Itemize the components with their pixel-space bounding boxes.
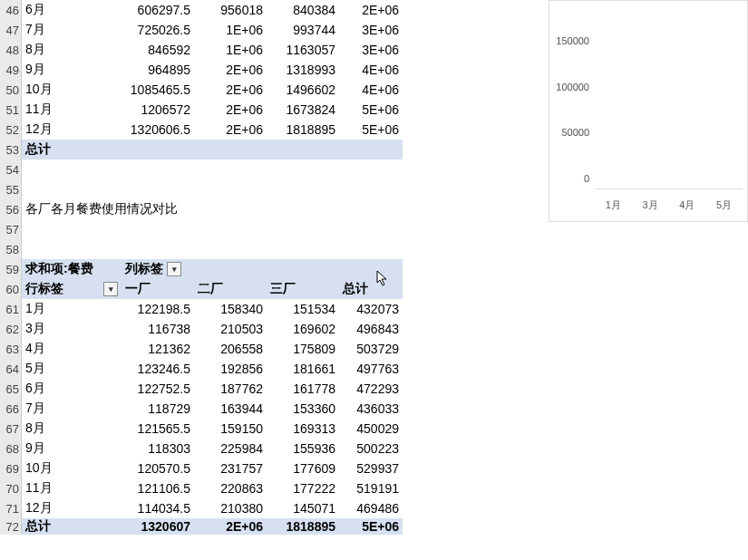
cell[interactable]: 2E+06 xyxy=(194,100,267,120)
table-row[interactable]: 46 6月 606297.5 956018 840384 2E+06 xyxy=(0,0,403,20)
cell[interactable]: 1206572 xyxy=(121,100,194,120)
cell[interactable]: 210380 xyxy=(194,498,267,518)
cell[interactable]: 606297.5 xyxy=(121,0,194,20)
cell-month[interactable]: 6月 xyxy=(22,379,121,399)
cell[interactable]: 5E+06 xyxy=(339,100,403,120)
cell[interactable]: 4E+06 xyxy=(339,60,403,80)
table-row[interactable]: 50 10月 1085465.5 2E+06 1496602 4E+06 xyxy=(0,80,403,100)
cell[interactable]: 158340 xyxy=(194,299,267,319)
cell[interactable]: 503729 xyxy=(339,339,403,359)
cell-total-label[interactable]: 总计 xyxy=(22,140,121,159)
cell-month[interactable]: 7月 xyxy=(22,399,121,419)
cell[interactable]: 121106.5 xyxy=(121,478,194,498)
pivot-row[interactable]: 68 9月 118303 225984 155936 500223 xyxy=(0,439,403,459)
cell[interactable]: 472293 xyxy=(339,379,403,399)
cell[interactable]: 529937 xyxy=(339,459,403,478)
cell-month[interactable]: 8月 xyxy=(22,40,121,60)
cell[interactable]: 169602 xyxy=(267,319,339,339)
cell[interactable]: 121362 xyxy=(121,339,194,359)
cell-month[interactable]: 12月 xyxy=(22,498,121,518)
cell[interactable]: 1818895 xyxy=(267,518,339,535)
cell[interactable]: 5E+06 xyxy=(339,518,403,535)
cell[interactable]: 122198.5 xyxy=(121,299,194,319)
upper-total-row[interactable]: 53 总计 xyxy=(0,140,403,159)
cell[interactable]: 187762 xyxy=(194,379,267,399)
pivot-row[interactable]: 61 1月 122198.5 158340 151534 432073 xyxy=(0,299,403,319)
cell-month[interactable]: 4月 xyxy=(22,339,121,359)
cell[interactable]: 496843 xyxy=(339,319,403,339)
cell[interactable]: 4E+06 xyxy=(339,80,403,100)
cell[interactable]: 220863 xyxy=(194,478,267,498)
cell-month[interactable]: 11月 xyxy=(22,478,121,498)
table-row[interactable]: 47 7月 725026.5 1E+06 993744 3E+06 xyxy=(0,20,403,40)
pivot-header-row-1[interactable]: 59 求和项:餐费 列标签 ▾ xyxy=(0,259,403,279)
cell[interactable]: 3E+06 xyxy=(339,40,403,60)
cell[interactable]: 155936 xyxy=(267,439,339,459)
cell-month[interactable]: 9月 xyxy=(22,439,121,459)
cell[interactable]: 118729 xyxy=(121,399,194,419)
pivot-row[interactable]: 71 12月 114034.5 210380 145071 469486 xyxy=(0,498,403,518)
cell[interactable]: 225984 xyxy=(194,439,267,459)
pivot-total-row[interactable]: 72 总计 1320607 2E+06 1818895 5E+06 xyxy=(0,518,403,535)
cell[interactable]: 1E+06 xyxy=(194,40,267,60)
pivot-row[interactable]: 66 7月 118729 163944 153360 436033 xyxy=(0,399,403,419)
cell-month[interactable]: 6月 xyxy=(22,0,121,20)
cell-month[interactable]: 1月 xyxy=(22,299,121,319)
cell[interactable]: 2E+06 xyxy=(194,120,267,140)
cell[interactable]: 993744 xyxy=(267,20,339,40)
cell[interactable]: 2E+06 xyxy=(194,60,267,80)
empty-row[interactable]: 54 xyxy=(0,159,403,179)
pivot-row[interactable]: 69 10月 120570.5 231757 177609 529937 xyxy=(0,459,403,478)
cell[interactable]: 1818895 xyxy=(267,120,339,140)
cell[interactable]: 177222 xyxy=(267,478,339,498)
cell[interactable]: 181661 xyxy=(267,359,339,379)
cell[interactable]: 956018 xyxy=(194,0,267,20)
cell[interactable]: 725026.5 xyxy=(121,20,194,40)
cell[interactable]: 964895 xyxy=(121,60,194,80)
cell-month[interactable]: 10月 xyxy=(22,80,121,100)
cell[interactable]: 206558 xyxy=(194,339,267,359)
cell[interactable]: 1496602 xyxy=(267,80,339,100)
cell[interactable]: 2E+06 xyxy=(194,80,267,100)
embedded-chart[interactable]: 0 50000 100000 150000 1月3月4月5月 xyxy=(549,0,748,222)
cell[interactable]: 210503 xyxy=(194,319,267,339)
cell-month[interactable]: 3月 xyxy=(22,319,121,339)
dropdown-icon[interactable]: ▾ xyxy=(103,282,118,296)
pivot-collabel[interactable]: 列标签 ▾ xyxy=(121,259,194,279)
pivot-col-2[interactable]: 三厂 xyxy=(267,279,339,299)
cell[interactable]: 177609 xyxy=(267,459,339,478)
cell-month[interactable]: 8月 xyxy=(22,419,121,439)
pivot-row[interactable]: 62 3月 116738 210503 169602 496843 xyxy=(0,319,403,339)
table-row[interactable]: 51 11月 1206572 2E+06 1673824 5E+06 xyxy=(0,100,403,120)
cell[interactable]: 450029 xyxy=(339,419,403,439)
cell[interactable]: 121565.5 xyxy=(121,419,194,439)
cell-month[interactable]: 11月 xyxy=(22,100,121,120)
pivot-header-row-2[interactable]: 60 行标签 ▾ 一厂 二厂 三厂 总计 xyxy=(0,279,403,299)
cell[interactable]: 840384 xyxy=(267,0,339,20)
cell-month[interactable]: 5月 xyxy=(22,359,121,379)
cell-month[interactable]: 10月 xyxy=(22,459,121,478)
cell[interactable]: 153360 xyxy=(267,399,339,419)
cell[interactable]: 2E+06 xyxy=(194,518,267,535)
pivot-row[interactable]: 64 5月 123246.5 192856 181661 497763 xyxy=(0,359,403,379)
cell[interactable]: 1318993 xyxy=(267,60,339,80)
cell[interactable]: 120570.5 xyxy=(121,459,194,478)
empty-row[interactable]: 55 xyxy=(0,179,403,199)
cell[interactable]: 5E+06 xyxy=(339,120,403,140)
pivot-row[interactable]: 63 4月 121362 206558 175809 503729 xyxy=(0,339,403,359)
cell[interactable]: 122752.5 xyxy=(121,379,194,399)
cell[interactable]: 114034.5 xyxy=(121,498,194,518)
spreadsheet-grid[interactable]: 46 6月 606297.5 956018 840384 2E+06 47 7月… xyxy=(0,0,403,535)
cell[interactable]: 500223 xyxy=(339,439,403,459)
pivot-col-3[interactable]: 总计 xyxy=(339,279,403,299)
cell[interactable]: 231757 xyxy=(194,459,267,478)
cell[interactable]: 519191 xyxy=(339,478,403,498)
pivot-col-0[interactable]: 一厂 xyxy=(121,279,194,299)
pivot-row[interactable]: 65 6月 122752.5 187762 161778 472293 xyxy=(0,379,403,399)
empty-row[interactable]: 57 xyxy=(0,219,403,239)
cell-month[interactable]: 7月 xyxy=(22,20,121,40)
empty-row[interactable]: 58 xyxy=(0,239,403,259)
cell[interactable]: 118303 xyxy=(121,439,194,459)
cell[interactable]: 161778 xyxy=(267,379,339,399)
cell[interactable]: 169313 xyxy=(267,419,339,439)
